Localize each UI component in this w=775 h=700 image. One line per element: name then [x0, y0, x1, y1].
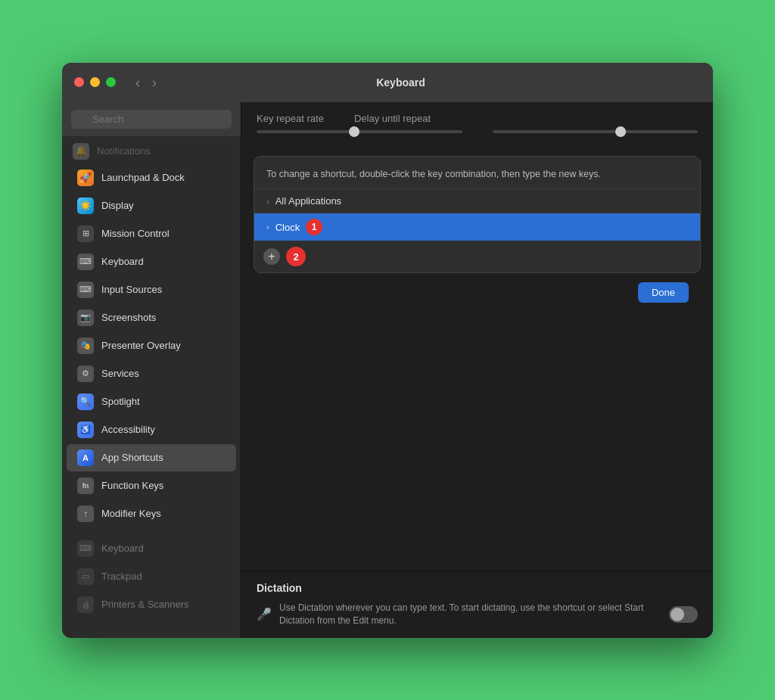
nav-buttons: ‹ › [131, 74, 161, 91]
all-applications-label: All Applications [275, 195, 341, 207]
spotlight-icon: 🔍 [77, 394, 94, 410]
sidebar-item-keyboard[interactable]: ⌨ Keyboard [67, 248, 236, 275]
all-apps-chevron-icon: › [266, 197, 269, 206]
mission-label: Mission Control [101, 228, 170, 239]
sidebar-item-launchpad[interactable]: 🚀 Launchpad & Dock [67, 164, 236, 191]
screenshots-label: Screenshots [101, 312, 156, 323]
sidebar: 🔍 🔔 Notifications 🚀 Launchpad & Dock ☀️ [62, 102, 241, 638]
sidebar-item-accessibility[interactable]: ♿ Accessibility [67, 416, 236, 443]
modifier-label: Modifier Keys [101, 508, 161, 519]
sidebar-item-spotlight[interactable]: 🔍 Spotlight [67, 388, 236, 415]
notifications-label: Notifications [97, 145, 151, 157]
maximize-button[interactable] [106, 77, 116, 87]
key-repeat-slider[interactable] [257, 130, 462, 133]
microphone-icon: 🎤 [257, 607, 272, 621]
trackpad-dimmed-label: Trackpad [101, 571, 142, 582]
sidebar-item-services[interactable]: ⚙ Services [67, 360, 236, 387]
slider-header: Key repeat rate Delay until repeat [241, 102, 713, 124]
sidebar-item-presenter[interactable]: 🎭 Presenter Overlay [67, 332, 236, 359]
keyboard-icon: ⌨ [77, 254, 94, 270]
key-repeat-thumb [349, 126, 359, 137]
sidebar-item-trackpad-dimmed: ▭ Trackpad [67, 563, 236, 590]
dictation-description: Use Dictation wherever you can type text… [279, 602, 661, 627]
main-content: 🔍 🔔 Notifications 🚀 Launchpad & Dock ☀️ [62, 102, 713, 638]
shortcut-modal: To change a shortcut, double-click the k… [254, 156, 701, 274]
sidebar-item-keyboard-dimmed: ⌨ Keyboard [67, 535, 236, 562]
launchpad-label: Launchpad & Dock [101, 172, 185, 183]
sidebar-items: 🔔 Notifications 🚀 Launchpad & Dock ☀️ Di… [62, 136, 241, 638]
toggle-thumb [671, 608, 684, 621]
input-icon: ⌨ [77, 282, 94, 298]
sidebar-item-fnkeys[interactable]: fn Function Keys [67, 472, 236, 499]
display-label: Display [101, 200, 134, 211]
search-bar: 🔍 [62, 102, 241, 136]
dictation-header: Dictation [257, 582, 698, 594]
sidebar-item-modifier[interactable]: ↑ Modifier Keys [67, 500, 236, 527]
accessibility-label: Accessibility [101, 424, 155, 435]
search-input[interactable] [71, 110, 232, 129]
sidebar-item-screenshots[interactable]: 📷 Screenshots [67, 304, 236, 331]
fnkeys-label: Function Keys [101, 480, 163, 491]
presenter-icon: 🎭 [77, 338, 94, 354]
clock-chevron-icon: › [266, 222, 269, 232]
dictation-toggle[interactable] [669, 606, 698, 623]
delay-thumb [615, 126, 626, 137]
window-title: Keyboard [161, 76, 640, 89]
done-button[interactable]: Done [638, 282, 689, 303]
done-button-row: Done [254, 273, 701, 312]
display-icon: ☀️ [77, 198, 94, 214]
sidebar-item-appshortcuts[interactable]: A App Shortcuts [67, 444, 236, 471]
accessibility-icon: ♿ [77, 422, 94, 438]
appshortcuts-icon: A [77, 450, 94, 466]
slider-area [241, 124, 713, 144]
back-button[interactable]: ‹ [131, 74, 145, 91]
keyboard-dimmed-label: Keyboard [101, 543, 144, 554]
spotlight-label: Spotlight [101, 396, 140, 407]
modal-area: To change a shortcut, double-click the k… [241, 144, 713, 571]
main-window: ‹ › Keyboard 🔍 🔔 Notifications [62, 63, 713, 638]
traffic-lights [74, 77, 116, 87]
close-button[interactable] [74, 77, 84, 87]
clock-badge: 1 [306, 219, 322, 235]
key-repeat-label: Key repeat rate [257, 113, 324, 124]
screenshots-icon: 📷 [77, 310, 94, 326]
keyboard-dimmed-icon: ⌨ [77, 540, 94, 557]
right-panel: Key repeat rate Delay until repeat [241, 102, 713, 638]
title-bar: ‹ › Keyboard [62, 63, 713, 102]
delay-label: Delay until repeat [354, 113, 431, 124]
minimize-button[interactable] [90, 77, 100, 87]
trackpad-dimmed-icon: ▭ [77, 568, 94, 585]
modal-description: To change a shortcut, double-click the k… [254, 157, 700, 190]
printers-dimmed-label: Printers & Scanners [101, 599, 189, 610]
remove-badge: 2 [286, 247, 306, 266]
clock-label: Clock [275, 222, 300, 233]
sidebar-item-notifications: 🔔 Notifications [62, 139, 241, 163]
delay-repeat-slider[interactable] [493, 130, 699, 133]
appshortcuts-label: App Shortcuts [101, 452, 163, 463]
modifier-icon: ↑ [77, 506, 94, 522]
printers-dimmed-icon: 🖨 [77, 596, 94, 613]
presenter-label: Presenter Overlay [101, 340, 181, 351]
forward-button[interactable]: › [148, 74, 161, 91]
services-label: Services [101, 368, 139, 379]
notifications-icon: 🔔 [73, 143, 89, 160]
dictation-row: 🎤 Use Dictation wherever you can type te… [257, 602, 698, 627]
sidebar-item-display[interactable]: ☀️ Display [67, 192, 236, 219]
sidebar-item-input[interactable]: ⌨ Input Sources [67, 276, 236, 303]
clock-row[interactable]: › Clock 1 [254, 213, 700, 241]
input-label: Input Sources [101, 284, 162, 295]
all-applications-row[interactable]: › All Applications [254, 189, 700, 213]
sidebar-item-mission[interactable]: ⊞ Mission Control [67, 220, 236, 247]
services-icon: ⚙ [77, 366, 94, 382]
mission-icon: ⊞ [77, 226, 94, 242]
launchpad-icon: 🚀 [77, 170, 94, 186]
modal-footer: + 2 [254, 241, 700, 272]
add-shortcut-button[interactable]: + [263, 248, 280, 265]
sidebar-item-printers-dimmed: 🖨 Printers & Scanners [67, 591, 236, 618]
dictation-section: Dictation 🎤 Use Dictation wherever you c… [241, 571, 713, 638]
keyboard-label: Keyboard [101, 256, 144, 267]
fnkeys-icon: fn [77, 478, 94, 494]
